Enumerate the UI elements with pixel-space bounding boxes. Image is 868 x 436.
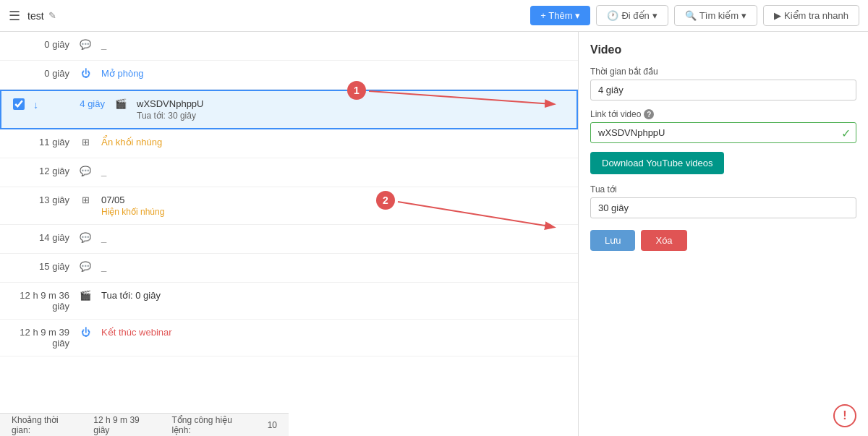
drag-icon[interactable]: ↓ [33, 99, 38, 111]
save-button[interactable]: Lưu [590, 230, 635, 251]
right-panel-title: Video [590, 43, 856, 56]
embed-icon: ⊞ [78, 195, 93, 205]
total-value: 10 [268, 420, 277, 430]
project-title: test [27, 10, 44, 22]
row-time: 12 h 9 m 36 giây [12, 290, 69, 312]
header: ☰ test ✎ + Thêm ▾ 🕐 Đi đến ▾ 🔍 Tìm kiếm … [0, 0, 868, 32]
power-icon: ⏻ [78, 68, 93, 79]
goto-button-label: Đi đến [621, 10, 649, 21]
video-sub-text: Tua tới: 30 giây [137, 111, 565, 121]
row-time: 14 giây [12, 232, 69, 243]
check-button[interactable]: ▶ Kiểm tra nhanh [763, 5, 859, 26]
row-content: Ẩn khối nhúng [101, 137, 566, 148]
header-actions: + Thêm ▾ 🕐 Đi đến ▾ 🔍 Tìm kiếm ▾ ▶ Kiểm … [530, 5, 859, 26]
timeline-panel: 0 giây 💬 _ 0 giây ⏻ Mở phòng ↓ 4 giây 🎬 … [0, 32, 579, 436]
row-content: _ [101, 261, 566, 272]
duration-value: 12 h 9 m 39 giây [93, 415, 157, 435]
video-icon: 🎬 [78, 290, 93, 301]
search-button[interactable]: 🔍 Tìm kiếm ▾ [674, 5, 757, 26]
download-btn-label: Download YouTube videos [602, 158, 712, 168]
delete-button[interactable]: Xóa [641, 230, 686, 251]
delete-btn-label: Xóa [655, 235, 672, 246]
search-chevron-icon: ▾ [741, 10, 746, 21]
row-time: 12 h 9 m 39 giây [12, 327, 69, 349]
info-button[interactable]: ! [833, 404, 856, 427]
goto-chevron-icon: ▾ [652, 10, 658, 21]
right-panel: Video Thời gian bắt đầu Link tới video ?… [579, 32, 868, 436]
goto-button[interactable]: 🕐 Đi đến ▾ [596, 5, 668, 26]
end-webinar-link[interactable]: Kết thúc webinar [101, 327, 172, 338]
video-icon: 🎬 [114, 98, 128, 109]
play-icon: ▶ [774, 10, 781, 21]
timeline-row[interactable]: 0 giây 💬 _ [0, 32, 578, 61]
duration-label: Khoảng thời gian: [12, 415, 79, 435]
timeline-row[interactable]: 12 giây 💬 _ [0, 158, 578, 187]
link-label: Link tới video ? [590, 109, 856, 119]
total-label: Tổng công hiệu lệnh: [171, 415, 252, 435]
timeline-row[interactable]: 15 giây 💬 _ [0, 254, 578, 283]
row-content: _ [101, 166, 566, 176]
row-content: Kết thúc webinar [101, 327, 566, 338]
timeline-row[interactable]: 11 giây ⊞ Ẩn khối nhúng [0, 129, 578, 158]
row-time: 0 giây [12, 68, 69, 79]
edit-icon[interactable]: ✎ [48, 10, 56, 21]
show-embed-link: Hiện khối nhúng [101, 207, 566, 217]
link-input-wrapper: ✓ [590, 122, 856, 143]
comment-icon: 💬 [78, 39, 93, 50]
check-button-label: Kiểm tra nhanh [784, 10, 848, 21]
embed-id-text: 07/05 [101, 195, 566, 205]
timeline-row[interactable]: 12 h 9 m 36 giây 🎬 Tua tới: 0 giây [0, 283, 578, 320]
link-input[interactable] [590, 122, 856, 143]
row-content: 07/05 Hiện khối nhúng [101, 195, 566, 217]
search-icon: 🔍 [685, 10, 697, 21]
valid-check-icon: ✓ [841, 126, 851, 140]
add-chevron-icon: ▾ [575, 10, 580, 21]
row-content: Mở phòng [101, 68, 566, 79]
clock-icon: 🕐 [607, 10, 618, 21]
download-youtube-button[interactable]: Download YouTube videos [590, 152, 724, 174]
search-button-label: Tìm kiếm [699, 10, 739, 21]
seek-input[interactable] [590, 197, 856, 218]
timeline-row[interactable]: 13 giây ⊞ 07/05 Hiện khối nhúng [0, 187, 578, 225]
video-link-text: wXSDVNphppU [137, 98, 565, 109]
show-embed-anchor[interactable]: Hiện khối nhúng [101, 207, 164, 217]
main-layout: 0 giây 💬 _ 0 giây ⏻ Mở phòng ↓ 4 giây 🎬 … [0, 32, 868, 436]
add-button[interactable]: + Thêm ▾ [530, 6, 590, 25]
row-text: _ [101, 166, 106, 176]
row-time: 12 giây [12, 166, 69, 176]
open-room-link[interactable]: Mở phòng [101, 68, 144, 79]
comment-icon: 💬 [78, 232, 93, 243]
hide-embed-link[interactable]: Ẩn khối nhúng [101, 137, 162, 148]
timeline-row[interactable]: 12 h 9 m 39 giây ⏻ Kết thúc webinar [0, 320, 578, 356]
timeline-row[interactable]: 0 giây ⏻ Mở phòng [0, 61, 578, 90]
row-time: 15 giây [12, 261, 69, 272]
row-content: wXSDVNphppU Tua tới: 30 giây [137, 98, 565, 121]
row-time: 0 giây [12, 39, 69, 50]
embed-icon: ⊞ [78, 137, 93, 148]
seek-label: Tua tới [590, 184, 856, 195]
action-buttons: Lưu Xóa [590, 230, 856, 251]
timeline-row-selected[interactable]: ↓ 4 giây 🎬 wXSDVNphppU Tua tới: 30 giây [0, 90, 578, 129]
video-tua-text: Tua tới: 0 giây [101, 290, 161, 301]
row-text: _ [101, 39, 106, 50]
start-time-input[interactable] [590, 80, 856, 101]
save-btn-label: Lưu [605, 235, 621, 246]
start-time-label: Thời gian bắt đầu [590, 67, 856, 77]
add-button-label: + Thêm [540, 10, 572, 21]
row-time: 13 giây [12, 195, 69, 205]
row-time: 4 giây [47, 98, 105, 109]
comment-icon: 💬 [78, 261, 93, 272]
row-content: Tua tới: 0 giây [101, 290, 566, 301]
comment-icon: 💬 [78, 166, 93, 176]
row-content: _ [101, 39, 566, 50]
timeline-row[interactable]: 14 giây 💬 _ [0, 225, 578, 254]
link-help-icon[interactable]: ? [644, 109, 654, 119]
row-time: 11 giây [12, 137, 69, 148]
menu-icon[interactable]: ☰ [9, 8, 20, 24]
row-checkbox[interactable] [13, 98, 25, 110]
row-content: _ [101, 232, 566, 243]
row-text: _ [101, 232, 106, 243]
bottom-bar: Khoảng thời gian: 12 h 9 m 39 giây Tổng … [0, 413, 289, 436]
row-text: _ [101, 261, 106, 272]
power-icon: ⏻ [78, 327, 93, 338]
